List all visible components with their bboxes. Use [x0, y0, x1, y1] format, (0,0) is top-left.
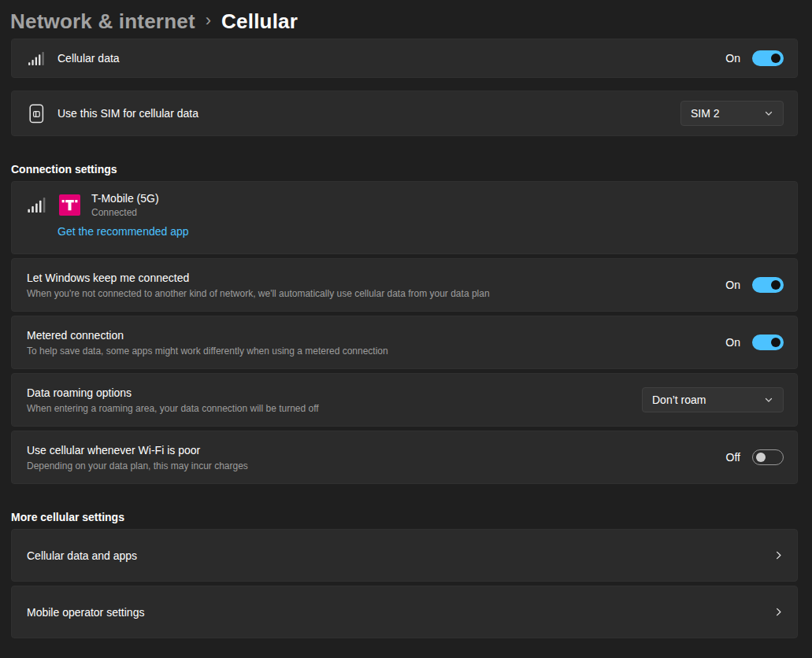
- metered-connection-row: Metered connection To help save data, so…: [11, 316, 798, 369]
- cellular-data-and-apps-label: Cellular data and apps: [27, 549, 773, 562]
- cellular-when-wifi-poor-state-label: Off: [726, 451, 740, 464]
- mobile-operator-settings-label: Mobile operator settings: [27, 606, 773, 619]
- chevron-right-icon: [773, 607, 784, 617]
- breadcrumb-separator-icon: ›: [195, 10, 221, 31]
- chevron-down-icon: [764, 109, 773, 118]
- keep-connected-toggle[interactable]: [752, 277, 784, 293]
- sim-dropdown-value: SIM 2: [691, 107, 720, 120]
- sim-card-icon: [27, 104, 46, 124]
- keep-connected-title: Let Windows keep me connected: [27, 272, 725, 285]
- keep-connected-description: When you're not connected to another kin…: [27, 288, 725, 299]
- recommended-app-link[interactable]: Get the recommended app: [57, 225, 189, 238]
- cellular-when-wifi-poor-title: Use cellular whenever Wi-Fi is poor: [27, 444, 726, 457]
- sim-selector-row: Use this SIM for cellular data SIM 2: [11, 91, 798, 136]
- breadcrumb: Network & internet › Cellular: [10, 9, 798, 34]
- network-name: T-Mobile (5G): [91, 192, 159, 205]
- data-roaming-title: Data roaming options: [27, 386, 642, 400]
- cellular-data-label: Cellular data: [57, 52, 725, 65]
- keep-connected-row: Let Windows keep me connected When you'r…: [11, 258, 798, 312]
- metered-connection-state-label: On: [725, 336, 740, 349]
- t-mobile-logo: [59, 194, 80, 216]
- data-roaming-description: When entering a roaming area, your data …: [27, 403, 642, 414]
- metered-connection-description: To help save data, some apps might work …: [27, 346, 725, 357]
- cellular-data-toggle[interactable]: [752, 50, 784, 66]
- data-roaming-dropdown-value: Don’t roam: [652, 394, 706, 406]
- more-cellular-settings-section-title: More cellular settings: [11, 511, 798, 523]
- mobile-operator-settings-row[interactable]: Mobile operator settings: [11, 586, 798, 638]
- toggle-knob: [771, 54, 780, 63]
- chevron-down-icon: [764, 395, 773, 405]
- connection-settings-section-title: Connection settings: [11, 163, 798, 176]
- toggle-knob: [771, 338, 780, 347]
- cellular-when-wifi-poor-toggle[interactable]: [752, 449, 784, 465]
- signal-bars-icon: [27, 198, 46, 213]
- toggle-knob: [771, 280, 780, 290]
- cellular-when-wifi-poor-description: Depending on your data plan, this may in…: [27, 460, 726, 471]
- breadcrumb-parent[interactable]: Network & internet: [10, 9, 195, 34]
- network-status: Connected: [91, 207, 159, 218]
- network-card: T-Mobile (5G) Connected Get the recommen…: [11, 181, 798, 254]
- cellular-when-wifi-poor-row: Use cellular whenever Wi-Fi is poor Depe…: [11, 431, 798, 484]
- metered-connection-toggle[interactable]: [752, 335, 784, 350]
- settings-page: Network & internet › Cellular Cellular d…: [0, 0, 812, 638]
- signal-bars-icon: [27, 52, 46, 65]
- cellular-data-row: Cellular data On: [11, 39, 798, 78]
- page-title: Cellular: [221, 9, 298, 34]
- sim-selector-label: Use this SIM for cellular data: [57, 107, 680, 120]
- sim-dropdown[interactable]: SIM 2: [680, 101, 784, 126]
- keep-connected-state-label: On: [725, 279, 740, 291]
- cellular-data-and-apps-row[interactable]: Cellular data and apps: [11, 529, 798, 582]
- metered-connection-title: Metered connection: [27, 329, 725, 342]
- chevron-right-icon: [773, 550, 784, 560]
- data-roaming-dropdown[interactable]: Don’t roam: [642, 387, 784, 412]
- toggle-knob: [756, 453, 766, 462]
- cellular-data-state-label: On: [725, 52, 740, 65]
- data-roaming-row: Data roaming options When entering a roa…: [11, 373, 798, 427]
